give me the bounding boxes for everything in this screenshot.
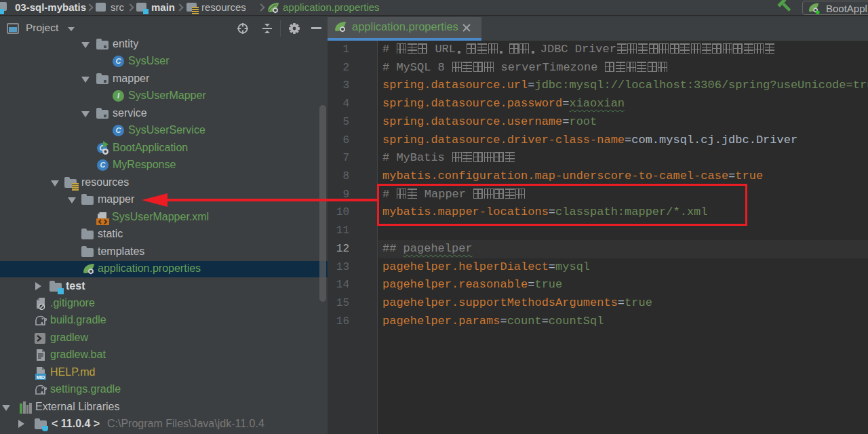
svg-text:MD: MD — [37, 374, 45, 380]
